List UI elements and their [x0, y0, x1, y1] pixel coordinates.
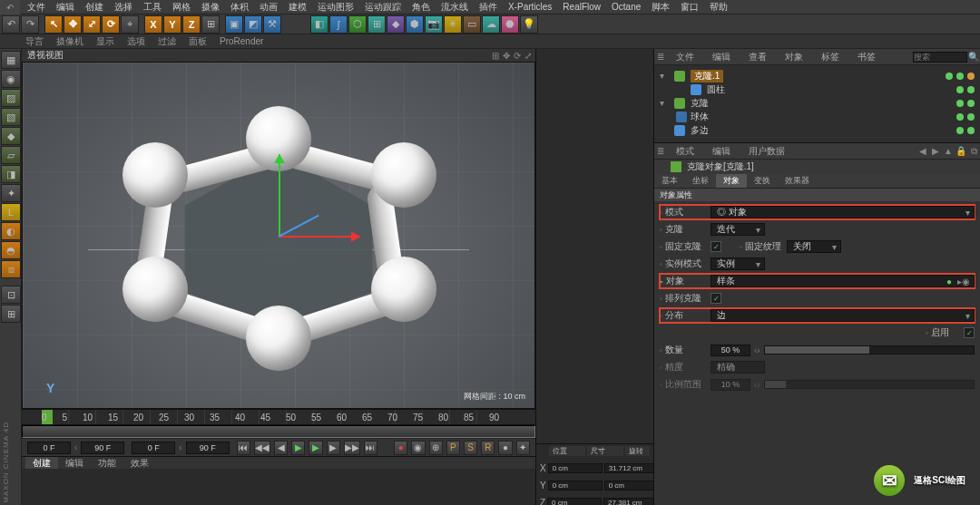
array-icon[interactable]: ⊞ [368, 15, 386, 34]
mode-object-icon[interactable]: ◉ [1, 70, 21, 88]
size-z-field[interactable] [603, 498, 658, 505]
mode-edge-icon[interactable]: ▱ [1, 146, 21, 164]
vbar-camera[interactable]: 摄像机 [56, 35, 83, 48]
mode-dropdown[interactable]: ◎ 对象▾ [710, 206, 975, 219]
vp-nav2-icon[interactable]: ✥ [503, 51, 510, 61]
vp-nav1-icon[interactable]: ⊞ [492, 51, 499, 61]
om-file[interactable]: 文件 [667, 49, 703, 64]
om-tag[interactable]: 标签 [812, 49, 848, 64]
tab-create[interactable]: 创建 [25, 457, 58, 469]
om-object[interactable]: 对象 [776, 49, 812, 64]
tab-edit[interactable]: 编辑 [58, 457, 91, 469]
link-pick-icon[interactable]: ▸◉ [957, 277, 970, 286]
snap-icon[interactable]: ⧇ [1, 260, 21, 278]
key-scale-icon[interactable]: S [464, 441, 477, 455]
next-frame-button[interactable]: ▶ [327, 441, 340, 455]
tab-func[interactable]: 功能 [91, 457, 123, 469]
goto-start-button[interactable]: ⏮ [237, 441, 250, 455]
atab-coord[interactable]: 坐标 [685, 174, 716, 188]
play-fwd-button[interactable]: ▶ [309, 441, 322, 455]
attr-up-icon[interactable]: ▲ [942, 146, 955, 156]
mode-texture-icon[interactable]: ▨ [1, 89, 21, 107]
step-back-button[interactable]: ◀◀ [254, 441, 270, 455]
vbar-intro[interactable]: 导言 [25, 35, 44, 48]
count-field[interactable] [710, 345, 750, 356]
key-pos-icon[interactable]: P [446, 441, 460, 455]
object-tree[interactable]: ▾ 克隆.1 圆柱 ▾ 克隆 球体 [654, 65, 980, 143]
render-view-icon[interactable]: ▣ [225, 15, 243, 34]
atab-basic[interactable]: 基本 [654, 174, 685, 188]
undo-button[interactable]: ↶ [0, 0, 20, 15]
obj-cylinder[interactable]: 圆柱 [707, 83, 725, 96]
menu-select[interactable]: 选择 [109, 1, 138, 14]
tool-redo-icon[interactable]: ↷ [21, 15, 39, 34]
step-field[interactable] [710, 379, 750, 391]
menu-anim[interactable]: 动画 [254, 1, 283, 14]
enable-checkbox[interactable]: ✓ [964, 327, 975, 338]
menu-realflow[interactable]: RealFlow [557, 2, 606, 12]
tool-select-icon[interactable]: ↖ [44, 15, 63, 34]
mograph-icon[interactable]: ⬣ [501, 15, 519, 34]
axis-z-icon[interactable]: Z [182, 15, 201, 34]
obj-poly[interactable]: 多边 [691, 124, 709, 137]
step-slider[interactable] [764, 380, 975, 389]
vbar-filter[interactable]: 过滤 [158, 35, 176, 48]
menu-create[interactable]: 创建 [80, 1, 109, 14]
attr-back-icon[interactable]: ◀ [916, 146, 929, 156]
render-region-icon[interactable]: ◩ [244, 15, 262, 34]
step-fwd-button[interactable]: ▶▶ [344, 441, 360, 455]
align-checkbox[interactable]: ✓ [710, 293, 721, 304]
prev-frame-button[interactable]: ◀ [274, 441, 288, 455]
key-pla-icon[interactable]: ✦ [516, 441, 530, 455]
keyset-button[interactable]: ⊕ [429, 441, 443, 455]
prim-spline-icon[interactable]: ∫ [329, 15, 348, 34]
axis-y-icon[interactable]: Y [163, 15, 181, 34]
om-menu-icon[interactable]: ≣ [654, 52, 667, 62]
pos-x-field[interactable] [548, 463, 603, 473]
om-view[interactable]: 查看 [740, 49, 776, 64]
goto-end-button[interactable]: ⏭ [364, 441, 377, 455]
attr-newwin-icon[interactable]: ⧉ [967, 146, 980, 157]
viewport3-icon[interactable]: ◓ [1, 241, 21, 259]
menu-mesh[interactable]: 网格 [167, 1, 196, 14]
tool-rotate-icon[interactable]: ⟳ [102, 15, 120, 34]
autokey-button[interactable]: ◉ [411, 441, 425, 455]
obj-expand-icon-2[interactable]: ▾ [660, 98, 669, 108]
obj-clone1[interactable]: 克隆.1 [691, 70, 723, 83]
tab-effect[interactable]: 效果 [123, 457, 156, 469]
om-edit[interactable]: 编辑 [703, 49, 740, 64]
attr-fwd-icon[interactable]: ▶ [929, 146, 942, 156]
render-settings-icon[interactable]: ⚒ [263, 15, 281, 34]
menu-pipeline[interactable]: 流水线 [436, 1, 474, 14]
vbar-display[interactable]: 显示 [96, 35, 114, 48]
atab-object[interactable]: 对象 [716, 174, 747, 188]
om-search-input[interactable] [913, 52, 967, 63]
attr-user[interactable]: 用户数据 [740, 143, 794, 159]
om-search-icon[interactable]: 🔍 [967, 52, 980, 62]
menu-char[interactable]: 角色 [407, 1, 436, 14]
key-param-icon[interactable]: ● [498, 441, 512, 455]
obj-clone[interactable]: 克隆 [691, 97, 709, 110]
mode-poly-icon[interactable]: ◨ [1, 165, 21, 183]
vbar-options[interactable]: 选项 [127, 35, 145, 48]
clone-dropdown[interactable]: 迭代▾ [710, 223, 765, 236]
tool-undo-icon[interactable]: ↶ [2, 15, 20, 34]
obj-sphere[interactable]: 球体 [691, 111, 709, 123]
bulb-icon[interactable]: 💡 [520, 15, 538, 34]
size-x-field[interactable] [604, 463, 659, 473]
size-y-field[interactable] [604, 481, 659, 490]
key-rot-icon[interactable]: R [481, 441, 495, 455]
distribution-dropdown[interactable]: 边▾ [710, 309, 975, 322]
menu-track[interactable]: 运动跟踪 [359, 1, 407, 14]
object-link-field[interactable]: 样条 ● ▸◉ [710, 275, 975, 287]
attr-edit[interactable]: 编辑 [703, 143, 740, 159]
precision-dropdown[interactable]: 精确 [710, 361, 765, 374]
deformer-icon[interactable]: ◆ [387, 15, 405, 34]
3d-viewport[interactable]: Y 网格间距 : 10 cm [22, 62, 535, 409]
prim-cube-icon[interactable]: ◧ [310, 15, 328, 34]
menu-tools[interactable]: 工具 [138, 1, 167, 14]
menu-help[interactable]: 帮助 [704, 1, 733, 14]
camera-icon[interactable]: 📷 [425, 15, 443, 34]
frame-current-field[interactable] [132, 442, 175, 454]
fixed-checkbox[interactable]: ✓ [710, 241, 721, 252]
